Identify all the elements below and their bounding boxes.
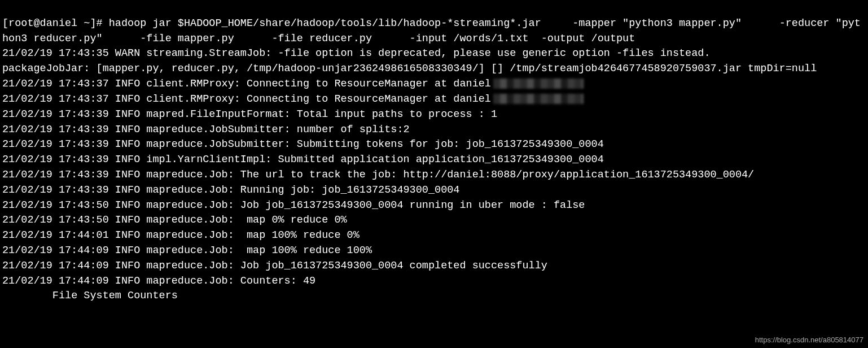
log-line: 21/02/19 17:43:50 INFO mapreduce.Job: Jo…: [2, 198, 866, 214]
log-line: 21/02/19 17:44:09 INFO mapreduce.Job: Co…: [2, 274, 866, 289]
shell-command: hadoop jar $HADOOP_HOME/share/hadoop/too…: [2, 18, 861, 45]
log-line: 21/02/19 17:43:39 INFO mapreduce.JobSubm…: [2, 123, 866, 138]
log-line: 21/02/19 17:44:09 INFO mapreduce.Job: ma…: [2, 243, 866, 259]
log-line: 21/02/19 17:43:50 INFO mapreduce.Job: ma…: [2, 213, 866, 228]
terminal-output: [root@daniel ~]# hadoop jar $HADOOP_HOME…: [0, 0, 868, 320]
command-line: [root@daniel ~]# hadoop jar $HADOOP_HOME…: [2, 16, 866, 47]
redacted-segment: [493, 94, 584, 104]
log-line: 21/02/19 17:43:35 WARN streaming.StreamJ…: [2, 46, 866, 62]
log-line: File System Counters: [2, 289, 866, 304]
log-line: 21/02/19 17:44:01 INFO mapreduce.Job: ma…: [2, 228, 866, 243]
log-line: 21/02/19 17:43:37 INFO client.RMProxy: C…: [2, 77, 866, 92]
watermark-text: https://blog.csdn.net/a805814077: [755, 335, 863, 346]
log-line: 21/02/19 17:43:39 INFO mapreduce.Job: Th…: [2, 168, 866, 183]
log-line: packageJobJar: [mapper.py, reducer.py, /…: [2, 62, 866, 77]
redacted-segment: [493, 79, 584, 89]
log-line: 21/02/19 17:43:39 INFO impl.YarnClientIm…: [2, 153, 866, 168]
log-line: 21/02/19 17:44:09 INFO mapreduce.Job: Jo…: [2, 259, 866, 274]
log-line: 21/02/19 17:43:39 INFO mapreduce.Job: Ru…: [2, 183, 866, 198]
log-line: 21/02/19 17:43:39 INFO mapreduce.JobSubm…: [2, 137, 866, 153]
shell-prompt: [root@daniel ~]#: [2, 18, 109, 29]
log-line: 21/02/19 17:43:37 INFO client.RMProxy: C…: [2, 92, 866, 107]
log-line: 21/02/19 17:43:39 INFO mapred.FileInputF…: [2, 107, 866, 123]
